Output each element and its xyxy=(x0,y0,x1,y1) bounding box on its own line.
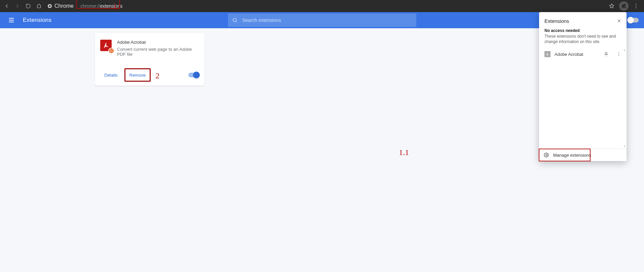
page-title: Extensions xyxy=(23,17,51,24)
svg-point-11 xyxy=(546,154,547,156)
nav-reload-button[interactable] xyxy=(24,1,33,11)
chrome-icon xyxy=(47,3,52,9)
pin-extension-button[interactable] xyxy=(602,50,610,59)
extensions-popup: Extensions No access needed These extens… xyxy=(539,12,627,161)
reload-icon xyxy=(26,3,31,9)
popup-extension-item[interactable]: Adobe Acrobat xyxy=(539,48,627,61)
address-bar[interactable]: chrome://extensions xyxy=(78,1,125,11)
url-path: extensions xyxy=(100,3,122,9)
manage-extensions-label: Manage extensions xyxy=(553,153,591,158)
extension-icon xyxy=(100,40,112,51)
extension-description: Convert current web page to an Adobe PDF… xyxy=(117,47,199,57)
more-vertical-icon xyxy=(616,51,621,57)
svg-point-2 xyxy=(636,4,636,5)
svg-point-3 xyxy=(636,6,636,6)
remove-button[interactable]: Remove xyxy=(125,69,150,81)
chevron-up-icon xyxy=(623,48,626,52)
svg-point-8 xyxy=(618,52,619,53)
nav-home-button[interactable] xyxy=(34,1,44,11)
more-vertical-icon xyxy=(633,3,639,9)
popup-scrollbar[interactable] xyxy=(622,48,627,149)
popup-close-button[interactable] xyxy=(615,17,623,25)
acrobat-mini-icon xyxy=(544,51,551,57)
popup-section-description: These extensions don't need to see and c… xyxy=(539,33,627,48)
svg-point-5 xyxy=(233,18,236,22)
star-icon xyxy=(609,3,615,9)
scroll-up-button[interactable] xyxy=(622,48,627,52)
browser-toolbar: Chrome chrome://extensions 1 xyxy=(0,0,644,12)
close-icon xyxy=(617,18,621,23)
svg-point-1 xyxy=(49,5,50,7)
toolbar-right-icons xyxy=(607,1,642,11)
home-icon xyxy=(36,3,42,9)
site-label: Chrome xyxy=(54,3,74,9)
nav-forward-button[interactable] xyxy=(13,1,22,11)
popup-title: Extensions xyxy=(544,18,569,24)
popup-extension-name: Adobe Acrobat xyxy=(555,52,598,57)
svg-point-10 xyxy=(618,55,619,56)
url-scheme: chrome:// xyxy=(80,3,100,9)
arrow-right-icon xyxy=(14,3,21,9)
extension-badge-icon xyxy=(108,48,114,54)
developer-mode-toggle[interactable] xyxy=(628,18,639,23)
extension-enable-toggle[interactable] xyxy=(188,73,199,77)
search-input[interactable] xyxy=(242,17,412,23)
svg-point-9 xyxy=(618,54,619,54)
svg-rect-7 xyxy=(544,51,551,57)
extension-card: Adobe Acrobat Convert current web page t… xyxy=(95,33,204,86)
nav-back-button[interactable] xyxy=(2,1,11,11)
manage-extensions-button[interactable]: Manage extensions xyxy=(539,149,627,161)
gear-icon xyxy=(544,152,549,158)
chevron-down-icon xyxy=(623,145,626,148)
puzzle-icon xyxy=(621,3,627,9)
popup-section-title: No access needed xyxy=(539,28,627,33)
popup-extension-icon xyxy=(544,51,551,57)
browser-menu-button[interactable] xyxy=(631,1,641,11)
extension-name: Adobe Acrobat xyxy=(117,40,199,45)
annotation-label-2: 2 xyxy=(155,71,159,80)
annotation-label-11: 1.1 xyxy=(399,148,409,157)
site-identity[interactable]: Chrome xyxy=(47,0,74,12)
annotation-box-remove: Remove xyxy=(124,68,151,82)
scroll-down-button[interactable] xyxy=(622,144,627,149)
bookmark-button[interactable] xyxy=(607,1,616,11)
extensions-menu-button[interactable] xyxy=(619,1,629,11)
extension-options-button[interactable] xyxy=(614,50,623,59)
search-icon xyxy=(232,17,238,23)
menu-icon xyxy=(8,16,15,24)
details-button[interactable]: Details xyxy=(100,69,122,81)
extensions-search[interactable] xyxy=(228,13,416,27)
svg-point-4 xyxy=(636,7,636,8)
arrow-left-icon xyxy=(4,3,10,9)
main-menu-button[interactable] xyxy=(5,14,17,26)
pin-icon xyxy=(604,52,609,57)
